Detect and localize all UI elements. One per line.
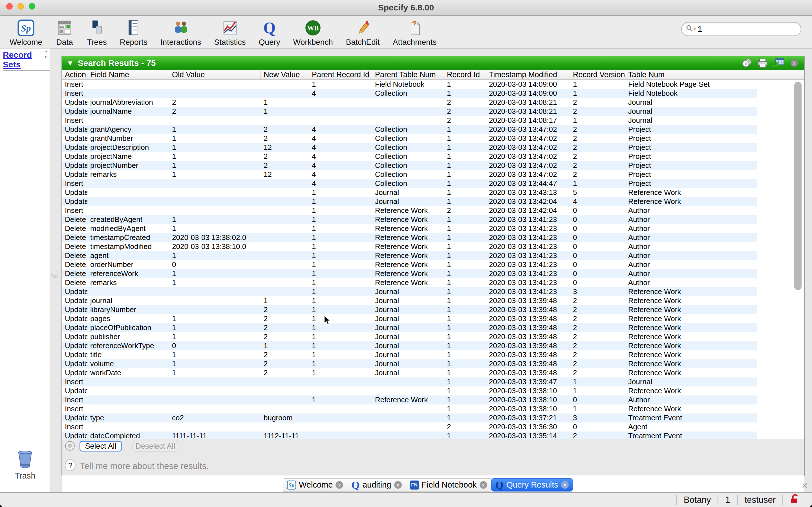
table-row[interactable]: Insert 1 Field Notebook 1 2020-03-03 14:… (62, 80, 757, 89)
table-row[interactable]: Delete timestampModified 2020-03-03 13:3… (62, 242, 757, 251)
toolbar-welcome[interactable]: Sp Welcome (10, 18, 42, 47)
table-row[interactable]: Update journal 1 1 Journal 1 2020-03-03 … (62, 296, 757, 305)
table-row[interactable]: Insert 4 Collection 1 2020-03-03 13:44:4… (62, 179, 757, 188)
table-row[interactable]: Update projectNumber 1 2 4 Collection 1 … (62, 161, 757, 170)
table-row[interactable]: Update volume 1 2 1 Journal 1 2020-03-03… (62, 359, 757, 369)
table-row[interactable]: Update placeOfPublication 1 2 1 Journal … (62, 323, 757, 332)
toolbar-attachments[interactable]: Attachments (393, 18, 437, 47)
table-row[interactable]: Update 1 Journal 1 2020-03-03 13:42:04 4… (62, 197, 757, 206)
scrollbar-thumb[interactable] (794, 82, 802, 290)
table-row[interactable]: Delete remarks 1 1 Reference Work 1 2020… (62, 278, 757, 287)
cell-table-num: Reference Work (625, 314, 757, 323)
table-row[interactable]: Insert 2 2020-03-03 13:36:30 0 Agent (62, 422, 757, 432)
cell-parent-record-id: 1 (309, 350, 372, 359)
unlocked-padlock-icon[interactable] (783, 494, 806, 506)
cell-action: Delete (62, 260, 87, 269)
column-header-parent-table-num[interactable]: Parent Table Num (372, 70, 444, 79)
vertical-scrollbar[interactable] (794, 82, 802, 442)
cell-new-value (261, 224, 309, 233)
toolbar-data[interactable]: abc Data (55, 18, 74, 47)
close-results-icon[interactable]: x (788, 58, 800, 68)
table-row[interactable]: Insert 1 Reference Work 1 2020-03-03 13:… (62, 395, 757, 404)
table-row[interactable]: Update remarks 1 12 4 Collection 1 2020-… (62, 170, 757, 179)
table-row[interactable]: Insert 2 2020-03-03 14:08:17 1 Journal (62, 116, 757, 125)
table-row[interactable]: Delete timestampCreated 2020-03-03 13:38… (62, 233, 757, 242)
table-row[interactable]: Update type co2 bugroom 1 2020-03-03 13:… (62, 413, 757, 422)
collapse-triangle-icon[interactable]: ▼ (66, 59, 74, 68)
table-row[interactable]: Update workDate 1 2 1 Journal 1 2020-03-… (62, 369, 757, 378)
table-row[interactable]: Insert 1 Reference Work 2 2020-03-03 13:… (62, 206, 757, 215)
table-row[interactable]: Delete agent 1 1 Reference Work 1 2020-0… (62, 251, 757, 260)
splitter-handle-icon[interactable] (51, 271, 58, 278)
select-all-button[interactable]: Select All (80, 441, 122, 452)
close-tab-icon[interactable]: x (336, 481, 343, 489)
table-row[interactable]: Delete orderNumber 0 1 Reference Work 1 … (62, 260, 757, 269)
express-search-field[interactable]: ▾ (681, 22, 801, 36)
close-tab-icon[interactable]: x (394, 481, 402, 489)
toolbar-trees[interactable]: Trees (87, 18, 107, 47)
column-header-timestamp-modified[interactable]: Timestamp Modified (486, 70, 570, 79)
tab-field-notebook[interactable]: FN Field Notebook x (406, 478, 492, 492)
table-row[interactable]: Insert 4 Collection 1 2020-03-03 14:09:0… (62, 89, 757, 98)
table-row[interactable]: Update pages 1 2 1 Journal 1 2020-03-03 … (62, 314, 757, 323)
table-row[interactable]: Update 1 Journal 1 2020-03-03 13:41:23 3… (62, 287, 757, 296)
create-recordset-icon[interactable] (741, 58, 753, 68)
toolbar-workbench[interactable]: WB Workbench (293, 18, 333, 47)
column-header-new-value[interactable]: New Value (261, 70, 309, 79)
status-user: testuser (738, 495, 782, 505)
close-tab-icon[interactable]: x (561, 481, 569, 489)
column-header-field-name[interactable]: Field Name (87, 70, 169, 79)
close-tab-icon[interactable]: x (479, 481, 487, 489)
column-header-table-num[interactable]: Table Num (625, 70, 757, 79)
toolbar-label: Reports (120, 38, 147, 47)
cell-record-id: 1 (444, 125, 486, 134)
tab-welcome[interactable]: Sp Welcome x (283, 478, 347, 492)
export-grid-icon[interactable] (772, 58, 784, 68)
cell-parent-record-id: 4 (309, 143, 372, 152)
table-row[interactable]: Update 1 Journal 1 2020-03-03 13:43:13 5… (62, 188, 757, 197)
table-row[interactable]: Update projectDescription 1 12 4 Collect… (62, 143, 757, 152)
corner-close-icon[interactable]: ✕ (802, 481, 808, 490)
cell-action: Insert (62, 422, 87, 432)
toolbar-interactions[interactable]: Interactions (160, 18, 201, 47)
print-icon[interactable] (757, 58, 769, 68)
cell-action: Delete (62, 224, 87, 233)
table-row[interactable]: Update journalName 2 1 2 2020-03-03 14:0… (62, 107, 757, 116)
cell-record-id: 1 (444, 305, 486, 314)
table-row[interactable]: Update journalAbbreviation 2 1 2 2020-03… (62, 98, 757, 107)
table-row[interactable]: Update title 1 2 1 Journal 1 2020-03-03 … (62, 350, 757, 359)
toolbar-statistics[interactable]: Statistics (214, 18, 246, 47)
table-row[interactable]: Insert 1 2020-03-03 13:38:10 1 Reference… (62, 404, 757, 413)
toolbar-label: Query (259, 38, 280, 47)
deselect-all-button[interactable]: Deselect All (133, 441, 178, 452)
table-row[interactable]: Update projectName 1 2 4 Collection 1 20… (62, 152, 757, 161)
column-header-old-value[interactable]: Old Value (169, 70, 261, 79)
table-row[interactable]: Delete referenceWork 1 1 Reference Work … (62, 269, 757, 278)
toolbar-query[interactable]: Q Query (259, 18, 280, 47)
toolbar-reports[interactable]: Reports (120, 18, 147, 47)
column-header-record-id[interactable]: Record Id (444, 70, 486, 79)
trash-dropzone[interactable]: Trash (0, 450, 50, 481)
record-sets-link[interactable]: Record Sets (3, 50, 50, 71)
table-row[interactable]: Update grantAgency 1 2 4 Collection 1 20… (62, 125, 757, 134)
table-row[interactable]: Update grantNumber 1 2 4 Collection 1 20… (62, 134, 757, 143)
table-row[interactable]: Update libraryNumber 2 1 Journal 1 2020-… (62, 305, 757, 314)
column-header-parent-record-id[interactable]: Parent Record Id (309, 70, 372, 79)
help-icon[interactable]: ? (65, 459, 75, 471)
table-row[interactable]: Update 1 2020-03-03 13:38:10 1 Reference… (62, 386, 757, 395)
sidebar-collapse-arrows[interactable]: ◂ ▸ (45, 49, 47, 59)
table-row[interactable]: Update referenceWorkType 0 1 1 Journal 1… (62, 341, 757, 350)
column-header-action[interactable]: Action (62, 70, 87, 79)
table-row[interactable]: Insert 1 2020-03-03 13:39:47 1 Journal (62, 378, 757, 386)
table-row[interactable]: Update publisher 1 2 1 Journal 1 2020-03… (62, 332, 757, 341)
status-bar: Botany 1 testuser (0, 492, 812, 507)
table-row[interactable]: Delete modifiedByAgent 1 1 Reference Wor… (62, 224, 757, 233)
table-row[interactable]: Delete createdByAgent 1 1 Reference Work… (62, 215, 757, 224)
toolbar-batchedit[interactable]: * BatchEdit (346, 18, 380, 47)
column-header-record-version[interactable]: Record Version (570, 70, 625, 79)
tab-query-results[interactable]: Q Query Results x (491, 478, 573, 492)
sidebar-splitter[interactable] (51, 48, 59, 492)
search-input[interactable] (698, 24, 791, 34)
tab-auditing[interactable]: Q auditing x (347, 478, 406, 492)
search-dropdown-arrow-icon[interactable]: ▾ (694, 26, 696, 32)
